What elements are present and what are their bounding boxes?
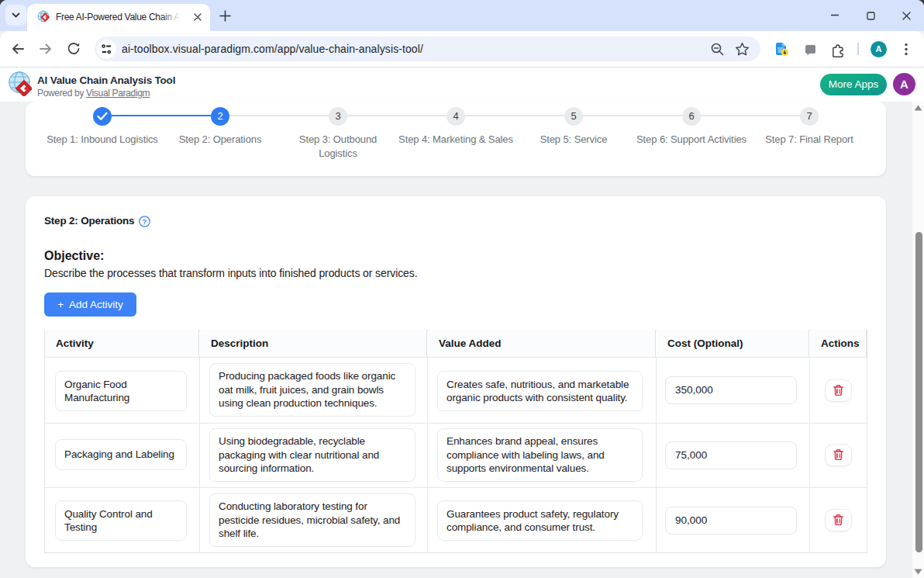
svg-text:?: ?	[143, 216, 147, 225]
